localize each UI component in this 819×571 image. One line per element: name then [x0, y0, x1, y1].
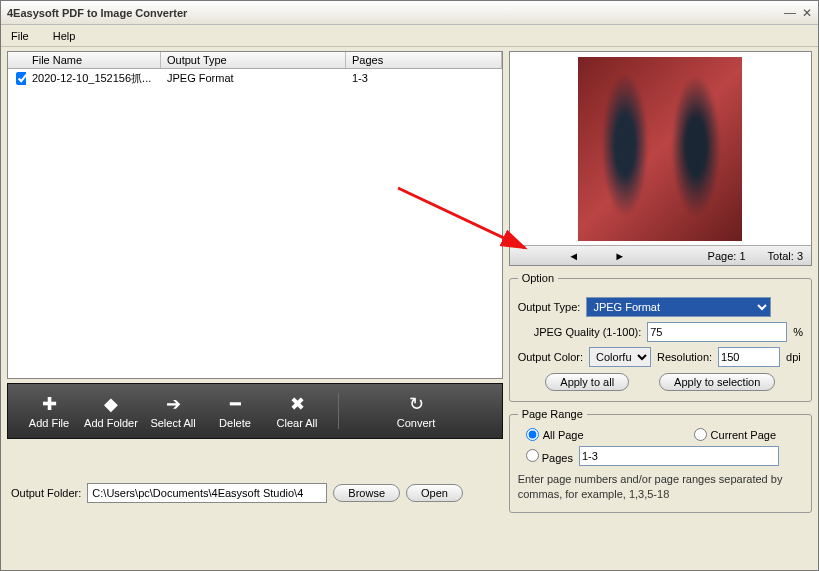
close-button[interactable]: ✕ — [802, 6, 812, 20]
output-type-label: Output Type: — [518, 301, 581, 313]
resolution-input[interactable] — [718, 347, 780, 367]
jpeg-quality-label: JPEG Quality (1-100): — [534, 326, 642, 338]
output-folder-label: Output Folder: — [11, 487, 81, 499]
output-type-select[interactable]: JPEG Format — [586, 297, 771, 317]
output-color-select[interactable]: Colorful — [589, 347, 651, 367]
minimize-button[interactable]: — — [784, 6, 796, 20]
page-indicator: Page: 1 — [708, 250, 746, 262]
arrow-right-icon: ➔ — [162, 393, 184, 415]
row-checkbox[interactable] — [16, 72, 26, 85]
all-page-radio[interactable] — [526, 428, 539, 441]
menubar: File Help — [1, 25, 818, 47]
add-file-button[interactable]: ✚ Add File — [18, 393, 80, 429]
convert-button[interactable]: ↻ Convert — [338, 393, 478, 429]
pages-input[interactable] — [579, 446, 779, 466]
preview-image — [578, 57, 742, 241]
col-header-outtype[interactable]: Output Type — [161, 52, 346, 68]
menu-help[interactable]: Help — [53, 30, 76, 42]
apply-to-selection-button[interactable]: Apply to selection — [659, 373, 775, 391]
preview-panel: ◄ ► Page: 1 Total: 3 — [509, 51, 812, 266]
col-header-filename[interactable]: File Name — [26, 52, 161, 68]
x-icon: ✖ — [286, 393, 308, 415]
window-title: 4Easysoft PDF to Image Converter — [7, 7, 784, 19]
menu-file[interactable]: File — [11, 30, 29, 42]
resolution-label: Resolution: — [657, 351, 712, 363]
browse-button[interactable]: Browse — [333, 484, 400, 502]
current-page-radio[interactable] — [694, 428, 707, 441]
jpeg-quality-input[interactable] — [647, 322, 787, 342]
page-range-group: Page Range All Page Current Page Pages — [509, 408, 812, 513]
output-color-label: Output Color: — [518, 351, 583, 363]
delete-button[interactable]: ━ Delete — [204, 393, 266, 429]
cell-filename: 2020-12-10_152156抓... — [26, 70, 161, 87]
prev-page-button[interactable]: ◄ — [560, 250, 588, 262]
refresh-icon: ↻ — [405, 393, 427, 415]
minus-icon: ━ — [224, 393, 246, 415]
titlebar: 4Easysoft PDF to Image Converter — ✕ — [1, 1, 818, 25]
output-folder-input[interactable] — [87, 483, 327, 503]
cell-outtype: JPEG Format — [161, 71, 346, 85]
page-range-hint: Enter page numbers and/or page ranges se… — [518, 472, 803, 502]
add-folder-button[interactable]: ◆ Add Folder — [80, 393, 142, 429]
option-group: Option Output Type: JPEG Format JPEG Qua… — [509, 272, 812, 402]
col-header-pages[interactable]: Pages — [346, 52, 502, 68]
toolbar: ✚ Add File ◆ Add Folder ➔ Select All ━ D… — [7, 383, 503, 439]
table-row[interactable]: 2020-12-10_152156抓... JPEG Format 1-3 — [8, 69, 502, 87]
folder-icon: ◆ — [100, 393, 122, 415]
clear-all-button[interactable]: ✖ Clear All — [266, 393, 328, 429]
total-indicator: Total: 3 — [768, 250, 803, 262]
file-table: File Name Output Type Pages 2020-12-10_1… — [7, 51, 503, 379]
cell-pages: 1-3 — [346, 71, 502, 85]
next-page-button[interactable]: ► — [606, 250, 634, 262]
apply-to-all-button[interactable]: Apply to all — [545, 373, 629, 391]
open-button[interactable]: Open — [406, 484, 463, 502]
plus-icon: ✚ — [38, 393, 60, 415]
pages-radio[interactable] — [526, 449, 539, 462]
select-all-button[interactable]: ➔ Select All — [142, 393, 204, 429]
